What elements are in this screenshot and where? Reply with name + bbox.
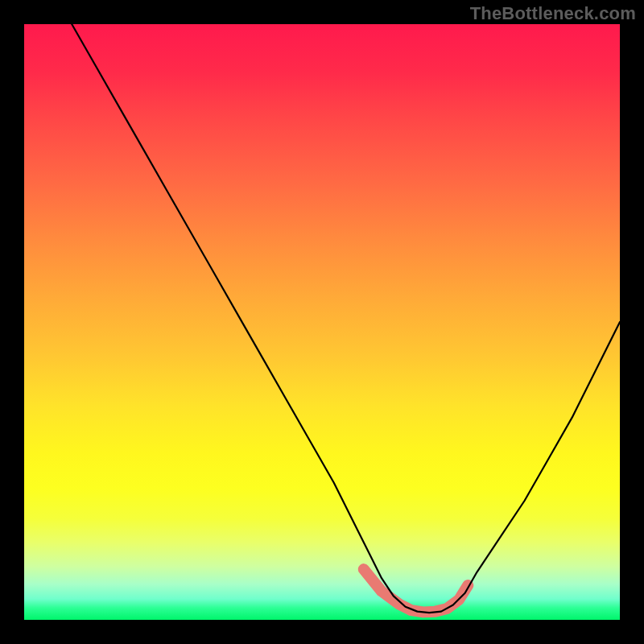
chart-frame: TheBottleneck.com [0,0,644,644]
plot-area [24,24,620,620]
watermark-text: TheBottleneck.com [470,3,636,24]
bottleneck-curve [72,24,620,613]
chart-svg [24,24,620,620]
